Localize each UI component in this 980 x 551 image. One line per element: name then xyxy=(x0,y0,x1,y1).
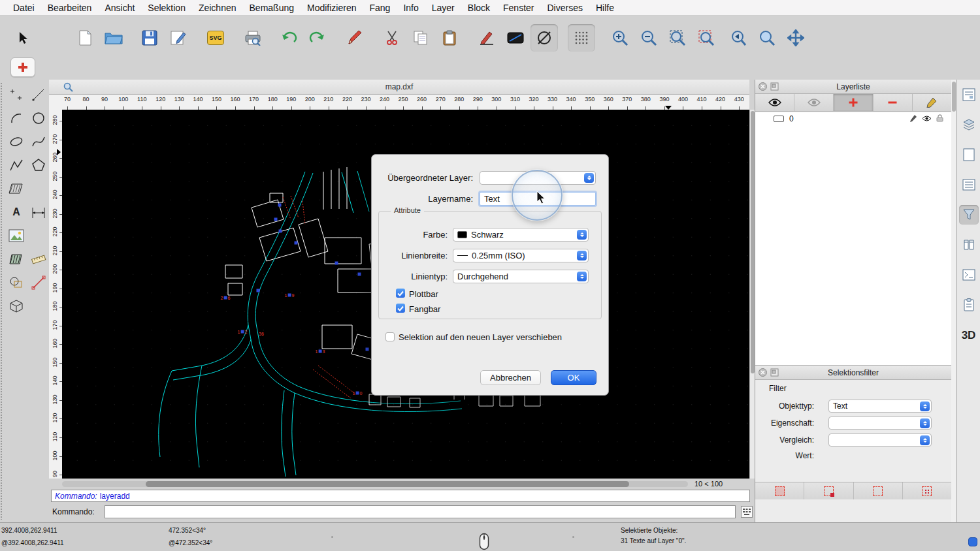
layer-panel-icon[interactable] xyxy=(959,115,979,134)
line-settings-icon[interactable] xyxy=(502,24,529,52)
measure-tool-icon[interactable] xyxy=(29,249,48,269)
menu-item-fenster[interactable]: Fenster xyxy=(497,3,540,13)
menu-item-info[interactable]: Info xyxy=(397,3,425,13)
zoom-in-icon[interactable] xyxy=(606,24,634,52)
svg-export-icon[interactable]: SVG xyxy=(202,24,229,52)
ellipse-tool-icon[interactable] xyxy=(7,132,26,151)
menu-item-diverses[interactable]: Diverses xyxy=(541,3,589,13)
solid-tool-icon[interactable] xyxy=(7,296,26,316)
detach-panel-icon[interactable] xyxy=(770,82,779,93)
menu-item-datei[interactable]: Datei xyxy=(7,3,41,13)
edit-layer-icon[interactable] xyxy=(913,94,951,111)
object-type-select[interactable]: Text xyxy=(828,400,932,413)
pan-icon[interactable] xyxy=(782,24,809,52)
zoom-out-icon[interactable] xyxy=(635,24,662,52)
layer-lock-icon[interactable] xyxy=(936,114,943,124)
snappable-checkbox[interactable] xyxy=(396,304,405,313)
add-button[interactable] xyxy=(10,57,35,77)
line-tool-icon[interactable] xyxy=(29,85,48,104)
add-layer-icon[interactable] xyxy=(834,94,873,111)
panel-scrollbar[interactable] xyxy=(951,80,956,522)
spline-tool-icon[interactable] xyxy=(29,132,48,151)
script-shell-icon[interactable] xyxy=(959,265,979,285)
auto-zoom-icon[interactable] xyxy=(664,24,691,52)
linetype-select[interactable]: Durchgehend xyxy=(453,270,589,283)
filter-select-dots-icon[interactable] xyxy=(903,482,951,499)
circle-tool-icon[interactable] xyxy=(29,108,48,128)
view-list-icon[interactable] xyxy=(959,175,979,195)
menu-item-modifizieren[interactable]: Modifizieren xyxy=(301,3,363,13)
menu-item-bearbeiten[interactable]: Bearbeiten xyxy=(41,3,99,13)
close-panel-icon[interactable] xyxy=(759,82,767,93)
view-magnifier-icon[interactable] xyxy=(63,82,74,95)
draw-pen-icon[interactable] xyxy=(341,24,368,52)
dimension-tool-icon[interactable] xyxy=(29,202,48,222)
hatch-tool-icon[interactable] xyxy=(7,179,26,198)
layer-row[interactable]: 0 xyxy=(755,112,951,125)
grid-toggle-icon[interactable] xyxy=(568,24,595,52)
menu-item-block[interactable]: Block xyxy=(461,3,497,13)
status-widget-button[interactable] xyxy=(968,537,977,546)
layer-edit-icon[interactable] xyxy=(909,114,917,124)
menu-item-hilfe[interactable]: Hilfe xyxy=(589,3,621,13)
plottable-checkbox[interactable] xyxy=(396,289,405,298)
menu-item-bemaung[interactable]: Bemaßung xyxy=(243,3,301,13)
point-tool-icon[interactable] xyxy=(7,85,26,104)
print-preview-icon[interactable] xyxy=(239,24,267,52)
comparison-select[interactable] xyxy=(828,433,932,447)
close-panel-icon[interactable] xyxy=(759,368,767,379)
selection-filter-panel-icon[interactable] xyxy=(959,205,979,225)
command-input[interactable] xyxy=(105,505,736,518)
save-icon[interactable] xyxy=(136,24,163,52)
shape-tool-icon[interactable] xyxy=(7,273,26,292)
detach-panel-icon[interactable] xyxy=(770,368,779,379)
hide-all-layers-icon[interactable] xyxy=(794,94,834,111)
copy-icon[interactable] xyxy=(407,24,434,52)
move-selection-checkbox[interactable] xyxy=(385,332,395,341)
polygon-tool-icon[interactable] xyxy=(29,155,48,175)
select-cursor-icon[interactable] xyxy=(9,24,37,52)
arc-tool-icon[interactable] xyxy=(7,108,26,128)
zoom-selection-icon[interactable] xyxy=(693,24,720,52)
canvas-horizontal-scrollbar[interactable] xyxy=(62,481,688,487)
property-select[interactable] xyxy=(828,417,932,430)
show-all-layers-icon[interactable] xyxy=(755,94,794,111)
menu-item-selektion[interactable]: Selektion xyxy=(141,3,192,13)
layer-visible-icon[interactable] xyxy=(922,114,932,123)
polyline-tool-icon[interactable] xyxy=(7,155,26,175)
text-tool-icon[interactable]: A xyxy=(7,202,26,222)
image-tool-icon[interactable] xyxy=(7,226,26,245)
redo-icon[interactable] xyxy=(304,24,331,52)
annotate-pen-icon[interactable] xyxy=(473,24,500,52)
disable-fill-icon[interactable] xyxy=(531,24,558,52)
zoom-window-icon[interactable] xyxy=(753,24,781,52)
lineweight-select[interactable]: 0.25mm (ISO) xyxy=(453,249,589,262)
previous-view-icon[interactable] xyxy=(725,24,752,52)
block-panel-icon[interactable] xyxy=(959,145,979,165)
cancel-button[interactable]: Abbrechen xyxy=(480,370,541,385)
ok-button[interactable]: OK xyxy=(551,370,596,385)
filter-select-filled-icon[interactable] xyxy=(755,482,804,499)
modify-tool-icon[interactable] xyxy=(29,273,48,292)
menu-item-layer[interactable]: Layer xyxy=(425,3,461,13)
new-file-icon[interactable] xyxy=(71,24,99,52)
paste-icon[interactable] xyxy=(436,24,463,52)
undo-icon[interactable] xyxy=(275,24,302,52)
property-editor-icon[interactable] xyxy=(959,85,979,104)
edit-preferences-icon[interactable] xyxy=(165,24,192,52)
library-browser-icon[interactable] xyxy=(959,235,979,255)
filter-select-outline-icon[interactable] xyxy=(854,482,903,499)
command-options-button[interactable] xyxy=(741,506,753,518)
color-select[interactable]: Schwarz xyxy=(453,228,589,242)
solid-hatch-tool-icon[interactable] xyxy=(7,249,26,269)
menu-item-ansicht[interactable]: Ansicht xyxy=(98,3,141,13)
filter-select-corner-icon[interactable] xyxy=(804,482,853,499)
threed-label[interactable]: 3D xyxy=(962,329,976,342)
cut-icon[interactable] xyxy=(378,24,406,52)
menu-item-fang[interactable]: Fang xyxy=(363,3,397,13)
remove-layer-icon[interactable] xyxy=(874,94,913,111)
open-file-icon[interactable] xyxy=(100,24,127,52)
clipboard-panel-icon[interactable] xyxy=(959,295,979,315)
menu-item-zeichnen[interactable]: Zeichnen xyxy=(192,3,243,13)
canvas-vertical-scrollbar[interactable] xyxy=(749,110,755,479)
